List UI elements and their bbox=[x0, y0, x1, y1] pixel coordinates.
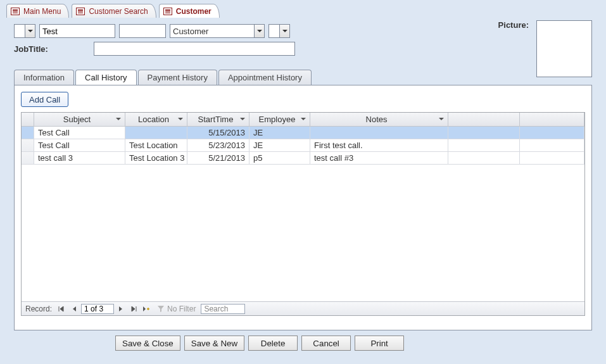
nav-next-button[interactable] bbox=[115, 304, 127, 314]
form-icon bbox=[76, 8, 85, 15]
datasheet-body: Test Call5/15/2013JETest CallTest Locati… bbox=[22, 127, 584, 301]
print-button[interactable]: Print bbox=[355, 336, 404, 351]
cell-employee[interactable]: p5 bbox=[249, 152, 310, 165]
button-label: Delete bbox=[261, 339, 286, 348]
record-navigator: Record: No Filte bbox=[22, 301, 584, 315]
save-new-button[interactable]: Save & New bbox=[184, 336, 244, 351]
row-selector[interactable] bbox=[22, 139, 34, 152]
nav-new-button[interactable] bbox=[141, 304, 152, 314]
form-actions: Save & Close Save & New Delete Cancel Pr… bbox=[14, 330, 592, 351]
chevron-down-icon[interactable] bbox=[254, 25, 264, 37]
cell-notes[interactable] bbox=[310, 127, 448, 139]
cell-subject[interactable]: test call 3 bbox=[34, 152, 125, 165]
cell-subject[interactable]: Test Call bbox=[34, 139, 125, 152]
chevron-down-icon[interactable] bbox=[116, 118, 121, 123]
picture-block: Picture: bbox=[498, 20, 592, 77]
cell-subject[interactable]: Test Call bbox=[34, 127, 125, 139]
filter-label: No Filter bbox=[167, 304, 196, 313]
cell-extra[interactable] bbox=[448, 139, 520, 152]
calls-datasheet: Subject Location StartTime Employee Note… bbox=[21, 112, 585, 316]
tab-payment-history[interactable]: Payment History bbox=[138, 70, 217, 85]
cell-location[interactable] bbox=[125, 127, 187, 139]
cell-starttime[interactable]: 5/21/2013 bbox=[187, 152, 249, 165]
col-extra[interactable] bbox=[448, 113, 520, 127]
tab-label: Appointment History bbox=[228, 73, 302, 82]
button-label: Print bbox=[370, 339, 388, 348]
button-label: Save & Close bbox=[122, 339, 174, 348]
table-row[interactable]: Test Call5/15/2013JE bbox=[22, 127, 584, 139]
record-position-field[interactable] bbox=[81, 304, 114, 314]
chevron-down-icon[interactable] bbox=[25, 25, 35, 37]
filter-indicator[interactable]: No Filter bbox=[157, 304, 196, 313]
tab-appointment-history[interactable]: Appointment History bbox=[218, 70, 312, 85]
button-label: Add Call bbox=[29, 95, 60, 104]
chevron-down-icon[interactable] bbox=[439, 118, 444, 123]
cell-extra[interactable] bbox=[520, 152, 584, 165]
picture-label: Picture: bbox=[498, 20, 529, 30]
tab-label: Call History bbox=[85, 73, 127, 82]
col-label: Employee bbox=[259, 115, 296, 124]
cancel-button[interactable]: Cancel bbox=[301, 336, 351, 351]
tab-call-history[interactable]: Call History bbox=[75, 70, 136, 85]
chevron-down-icon[interactable] bbox=[240, 118, 245, 123]
chevron-down-icon[interactable] bbox=[279, 25, 289, 37]
select-all-handle[interactable] bbox=[22, 113, 34, 127]
jobtitle-field[interactable] bbox=[94, 42, 295, 56]
cell-starttime[interactable]: 5/23/2013 bbox=[187, 139, 249, 152]
cell-employee[interactable]: JE bbox=[249, 139, 310, 152]
delete-button[interactable]: Delete bbox=[248, 336, 298, 351]
col-notes[interactable]: Notes bbox=[310, 113, 448, 127]
doc-tab-customer-search[interactable]: Customer Search bbox=[72, 4, 156, 18]
tab-label: Payment History bbox=[148, 73, 208, 82]
col-subject[interactable]: Subject bbox=[34, 113, 125, 127]
document-tab-bar: Main Menu Customer Search Customer bbox=[0, 0, 606, 18]
last-name-value: Customer bbox=[173, 27, 208, 36]
middle-name-field[interactable] bbox=[119, 24, 166, 38]
record-label: Record: bbox=[25, 304, 52, 313]
last-name-combo[interactable]: Customer bbox=[170, 24, 265, 38]
col-employee[interactable]: Employee bbox=[249, 113, 310, 127]
table-row[interactable]: Test CallTest Location5/23/2013JEFirst t… bbox=[22, 139, 584, 152]
cell-notes[interactable]: test call #3 bbox=[310, 152, 448, 165]
cell-extra[interactable] bbox=[520, 139, 584, 152]
doc-tab-label: Customer Search bbox=[89, 7, 148, 16]
save-close-button[interactable]: Save & Close bbox=[115, 336, 180, 351]
title-combo[interactable] bbox=[14, 24, 35, 38]
nav-first-button[interactable] bbox=[56, 304, 67, 314]
row-selector[interactable] bbox=[22, 152, 34, 165]
nav-last-button[interactable] bbox=[128, 304, 139, 314]
col-location[interactable]: Location bbox=[125, 113, 187, 127]
col-label: StartTime bbox=[198, 115, 234, 124]
cell-employee[interactable]: JE bbox=[249, 127, 310, 139]
chevron-down-icon[interactable] bbox=[178, 118, 183, 123]
call-history-panel: Add Call Subject Location StartTime bbox=[14, 85, 592, 330]
picture-box[interactable] bbox=[536, 20, 592, 77]
doc-tab-label: Customer bbox=[176, 7, 211, 16]
doc-tab-main-menu[interactable]: Main Menu bbox=[6, 4, 69, 18]
cell-location[interactable]: Test Location 3 bbox=[125, 152, 187, 165]
button-label: Cancel bbox=[313, 339, 339, 348]
col-starttime[interactable]: StartTime bbox=[187, 113, 249, 127]
cell-notes[interactable]: First test call. bbox=[310, 139, 448, 152]
tab-label: Information bbox=[23, 73, 65, 82]
suffix-combo[interactable] bbox=[268, 24, 290, 38]
col-label: Notes bbox=[366, 115, 388, 124]
nav-prev-button[interactable] bbox=[68, 304, 80, 314]
form-icon bbox=[11, 8, 20, 15]
cell-location[interactable]: Test Location bbox=[125, 139, 187, 152]
row-selector[interactable] bbox=[22, 127, 34, 139]
add-call-button[interactable]: Add Call bbox=[21, 92, 68, 107]
chevron-down-icon[interactable] bbox=[301, 118, 306, 123]
table-row[interactable]: test call 3Test Location 35/21/2013p5tes… bbox=[22, 152, 584, 165]
cell-starttime[interactable]: 5/15/2013 bbox=[187, 127, 249, 139]
col-extra[interactable] bbox=[520, 113, 584, 127]
col-label: Subject bbox=[63, 115, 91, 124]
datasheet-header: Subject Location StartTime Employee Note… bbox=[22, 113, 584, 127]
cell-extra[interactable] bbox=[520, 127, 584, 139]
first-name-field[interactable] bbox=[39, 24, 115, 38]
search-input[interactable] bbox=[201, 304, 245, 314]
cell-extra[interactable] bbox=[448, 152, 520, 165]
cell-extra[interactable] bbox=[448, 127, 520, 139]
doc-tab-customer[interactable]: Customer bbox=[159, 4, 220, 18]
tab-information[interactable]: Information bbox=[14, 70, 74, 85]
